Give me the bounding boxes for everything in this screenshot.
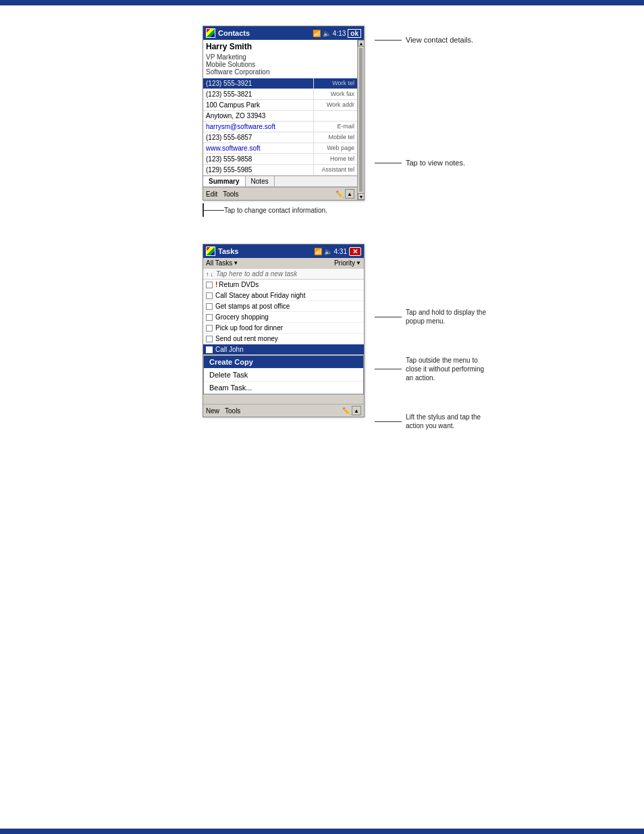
contact-type-7: Home tel (313, 154, 357, 164)
task-row-1[interactable]: Call Stacey about Friday night (203, 290, 364, 301)
tools-menu[interactable]: Tools (223, 190, 238, 198)
task-urgent-icon-0: ! (215, 281, 217, 288)
task-checkbox-3[interactable] (206, 314, 213, 321)
contact-row-7[interactable]: (123) 555-9858 Home tel (203, 154, 357, 165)
popup-beam-task[interactable]: Beam Task... (204, 382, 363, 394)
annotation-tap-hold-text: Tap and hold to display the popup menu. (406, 308, 493, 325)
task-label-5: Send out rent money (215, 335, 278, 342)
contact-value-3: Anytown, ZO 33943 (203, 111, 313, 121)
scroll-thumb[interactable] (359, 48, 363, 192)
contact-value-7: (123) 555-9858 (203, 154, 313, 164)
contact-title3: Software Corporation (203, 68, 357, 76)
annotation-tasks-line-3 (375, 421, 402, 422)
tab-summary[interactable]: Summary (203, 176, 246, 186)
edit-icon[interactable]: ✏️ (336, 190, 344, 198)
tasks-bottom-bar: New Tools ✏️ ▲ (203, 404, 364, 417)
contact-row-0[interactable]: (123) 555-3921 Work tel (203, 78, 357, 89)
annotation-tap-hold: Tap and hold to display the popup menu. (375, 308, 493, 325)
priority-dropdown-arrow: ▼ (356, 260, 361, 266)
antenna-icon: 📶 (313, 30, 321, 37)
tasks-annotations: Tap and hold to display the popup menu. … (365, 244, 493, 437)
tasks-edit-icon[interactable]: ✏️ (342, 407, 350, 415)
sort-up-icon: ↑ (206, 271, 209, 278)
scroll-up-arrow[interactable]: ▲ (358, 40, 365, 47)
tasks-time: 4:31 (334, 248, 347, 255)
tasks-sound-icon: 🔈 (324, 248, 332, 255)
bottom-bar (0, 829, 644, 834)
tab-notes[interactable]: Notes (246, 176, 275, 186)
contact-row-8[interactable]: (129) 555-5985 Assistant tel (203, 165, 357, 176)
task-label-0: Return DVDs (219, 281, 259, 288)
annotation-view-text: View contact details. (406, 36, 473, 44)
tasks-section: Tasks 📶 🔈 4:31 ✕ All Tasks ▼ (27, 244, 617, 437)
task-checkbox-2[interactable] (206, 303, 213, 310)
edit-menu[interactable]: Edit (206, 190, 217, 198)
tasks-tools-menu[interactable]: Tools (225, 407, 240, 415)
contact-row-1[interactable]: (123) 555-3821 Work fax (203, 89, 357, 100)
contact-tabs: Summary Notes (203, 176, 357, 187)
contact-value-1: (123) 555-3821 (203, 89, 313, 99)
priority-label: Priority (334, 259, 355, 267)
contact-type-1: Work fax (313, 89, 357, 99)
contact-row-3[interactable]: Anytown, ZO 33943 (203, 111, 357, 122)
contact-type-2: Work addr (313, 100, 357, 110)
contact-row-2[interactable]: 100 Campus Park Work addr (203, 100, 357, 111)
task-checkbox-0[interactable] (206, 282, 213, 288)
tasks-title: Tasks (218, 247, 238, 255)
popup-create-copy[interactable]: Create Copy (204, 356, 363, 369)
all-tasks-filter[interactable]: All Tasks ▼ (206, 259, 238, 267)
annotation-view-contact: View contact details. (375, 36, 473, 44)
annotation-line-2 (375, 163, 402, 163)
priority-filter[interactable]: Priority ▼ (334, 259, 361, 267)
contact-row-4[interactable]: harrysm@software.soft E-mail (203, 122, 357, 132)
contact-row-5[interactable]: (123) 555-6857 Mobile tel (203, 132, 357, 143)
annotation-tap-outside-text: Tap outside the menu to close it without… (406, 356, 493, 382)
annotation-notes-text: Tap to view notes. (406, 159, 465, 167)
tasks-antenna-icon: 📶 (314, 248, 322, 255)
task-checkbox-4[interactable] (206, 325, 213, 332)
contact-row-6[interactable]: www.software.soft Web page (203, 143, 357, 154)
contact-value-6[interactable]: www.software.soft (203, 143, 313, 153)
contact-value-0: (123) 555-3921 (203, 78, 313, 88)
contact-type-5: Mobile tel (313, 132, 357, 142)
task-checkbox-1[interactable] (206, 292, 213, 299)
tasks-windows-flag-icon (206, 246, 215, 256)
task-row-3[interactable]: Grocery shopping (203, 312, 364, 323)
popup-menu: Create Copy Delete Task Beam Task... (203, 355, 364, 394)
contact-value-4[interactable]: harrysm@software.soft (203, 122, 313, 132)
task-row-2[interactable]: Get stamps at post office (203, 301, 364, 312)
contacts-title-bar: Contacts 📶 🔈 4:13 ok (203, 26, 364, 40)
contacts-scrollbar[interactable]: ▲ ▼ (357, 40, 364, 200)
annotation-tasks-line-2 (375, 369, 402, 369)
scroll-up-button[interactable]: ▲ (345, 189, 354, 199)
contact-title2: Mobile Solutions (203, 61, 357, 68)
task-label-2: Get stamps at post office (215, 303, 290, 310)
all-tasks-dropdown-arrow: ▼ (233, 260, 238, 266)
tasks-new-menu[interactable]: New (206, 407, 219, 415)
task-row-4[interactable]: Pick up food for dinner (203, 323, 364, 334)
sort-down-icon: ↓ (211, 271, 214, 278)
contact-value-8: (129) 555-5985 (203, 165, 313, 175)
contact-type-6: Web page (313, 143, 357, 153)
task-row-0[interactable]: ! Return DVDs (203, 280, 364, 290)
task-row-highlighted[interactable]: Call John (203, 344, 364, 355)
add-task-row[interactable]: ↑ ↓ Tap here to add a new task (203, 269, 364, 280)
ok-button[interactable]: ok (348, 29, 361, 38)
popup-delete-task[interactable]: Delete Task (204, 369, 363, 382)
tasks-scroll-up-button[interactable]: ▲ (352, 406, 361, 415)
task-checkbox-5[interactable] (206, 336, 213, 342)
top-bar (0, 0, 644, 5)
task-row-5[interactable]: Send out rent money (203, 334, 364, 344)
contact-name: Harry Smith (203, 40, 357, 53)
contact-type-0: Work tel (313, 78, 357, 88)
all-tasks-label: All Tasks (206, 259, 232, 267)
sound-icon: 🔈 (323, 30, 331, 37)
tasks-pda-screen: Tasks 📶 🔈 4:31 ✕ All Tasks ▼ (203, 244, 365, 417)
contact-type-4: E-mail (313, 122, 357, 132)
annotation-line-1 (375, 40, 402, 41)
annotation-bottom-text: Tap to change contact information. (224, 207, 327, 214)
tasks-close-button[interactable]: ✕ (349, 247, 361, 256)
task-checkbox-highlighted[interactable] (206, 346, 213, 353)
task-label-4: Pick up food for dinner (215, 324, 283, 332)
scroll-down-arrow[interactable]: ▼ (358, 193, 365, 200)
